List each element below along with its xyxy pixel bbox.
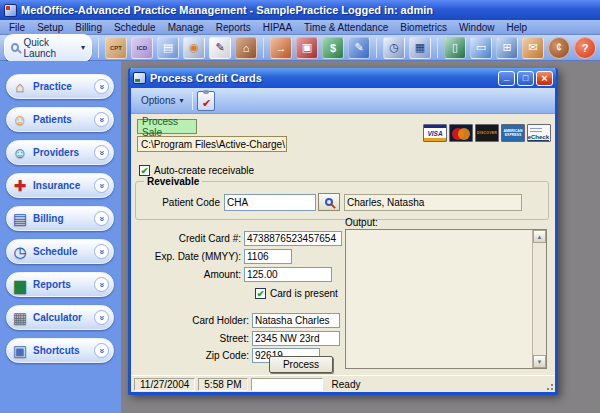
sidebar-item-reports[interactable]: ▆ Reports » <box>6 272 114 297</box>
visa-logo: VISA <box>423 124 447 142</box>
billing-statement-icon[interactable]: $ <box>322 37 344 59</box>
zip-code-label: Zip Code: <box>131 350 252 361</box>
chevron-expand-icon[interactable]: » <box>94 178 109 193</box>
american-express-logo: AMERICAN EXPRESS <box>501 124 525 142</box>
card-is-present-checkbox[interactable]: ✔ <box>255 288 266 299</box>
patient-code-input[interactable] <box>224 194 316 211</box>
main-toolbar: Quick Launch ▾ CPT ICD ▤ ◉ ✎ ⌂ → ▣ $ ✎ ◷… <box>0 35 600 61</box>
toolbar-separator <box>263 38 264 58</box>
patient-search-button[interactable] <box>318 193 340 211</box>
chevron-expand-icon[interactable]: » <box>94 145 109 160</box>
application-window: MedOffice-Advanced Practice Management -… <box>0 0 600 413</box>
close-button[interactable]: × <box>536 71 553 86</box>
quick-launch-button[interactable]: Quick Launch ▾ <box>4 34 92 62</box>
card-holder-input[interactable] <box>252 313 340 328</box>
chevron-down-icon: ▾ <box>179 96 183 105</box>
room-status-icon[interactable]: ▯ <box>444 37 466 59</box>
dialog-titlebar[interactable]: Process Credit Cards _ □ × <box>130 68 556 88</box>
card-holder-label: Card Holder: <box>131 315 252 326</box>
delete-image-icon[interactable]: ▣ <box>296 37 318 59</box>
chevron-expand-icon[interactable]: » <box>94 277 109 292</box>
toolbar-separator <box>192 92 193 110</box>
sidebar-item-providers[interactable]: ☺ Providers » <box>6 140 114 165</box>
calculator-icon: ▦ <box>7 310 33 325</box>
receivable-group: Reveivable Patient Code <box>135 181 549 220</box>
patient-media-icon[interactable]: ◉ <box>183 37 205 59</box>
search-icon <box>325 198 333 206</box>
calculator-report-icon[interactable]: ▦ <box>409 37 431 59</box>
credit-card-input[interactable] <box>244 231 342 246</box>
office-icon[interactable]: ⌂ <box>235 37 257 59</box>
street-input[interactable] <box>252 331 340 346</box>
transfer-patient-icon[interactable]: → <box>270 37 292 59</box>
messaging-icon[interactable]: ✉ <box>522 37 544 59</box>
process-clipboard-icon[interactable]: ✔ <box>197 91 215 111</box>
sidebar-item-billing[interactable]: ▤ Billing » <box>6 206 114 231</box>
patient-id-card-icon[interactable]: ▤ <box>157 37 179 59</box>
help-icon[interactable]: ? <box>574 37 596 59</box>
menu-item-setup[interactable]: Setup <box>31 22 69 33</box>
shortcuts-icon: ▣ <box>7 343 33 358</box>
menu-item-schedule[interactable]: Schedule <box>108 22 162 33</box>
sidebar-item-label: Schedule <box>33 246 94 257</box>
menu-item-window[interactable]: Window <box>453 22 501 33</box>
practice-icon: ⌂ <box>7 79 33 94</box>
patient-notes-icon[interactable]: ✎ <box>209 37 231 59</box>
menu-item-time-attendance[interactable]: Time & Attendance <box>298 22 394 33</box>
network-icon[interactable]: ⊞ <box>496 37 518 59</box>
chevron-expand-icon[interactable]: » <box>94 343 109 358</box>
resize-grip[interactable] <box>544 381 554 391</box>
toolbar-separator <box>376 38 377 58</box>
chevron-expand-icon[interactable]: » <box>94 310 109 325</box>
menu-item-manage[interactable]: Manage <box>162 22 210 33</box>
insurance-icon: ✚ <box>7 178 33 193</box>
menu-item-reports[interactable]: Reports <box>210 22 257 33</box>
output-panel[interactable]: ▲ ▼ <box>345 229 547 369</box>
window-titlebar[interactable]: MedOffice-Advanced Practice Management -… <box>0 0 600 20</box>
chevron-expand-icon[interactable]: » <box>94 211 109 226</box>
sidebar-item-shortcuts[interactable]: ▣ Shortcuts » <box>6 338 114 363</box>
menu-bar: File Setup Billing Schedule Manage Repor… <box>0 20 600 35</box>
amount-input[interactable] <box>244 267 332 282</box>
menu-item-hipaa[interactable]: HIPAA <box>257 22 298 33</box>
process-button[interactable]: Process <box>269 356 333 373</box>
sidebar-item-patients[interactable]: ☺ Patients » <box>6 107 114 132</box>
payments-icon[interactable]: ¢ <box>548 37 570 59</box>
menu-item-file[interactable]: File <box>3 22 31 33</box>
chevron-expand-icon[interactable]: » <box>94 112 109 127</box>
providers-icon: ☺ <box>7 145 33 160</box>
sidebar-item-schedule[interactable]: ◷ Schedule » <box>6 239 114 264</box>
receivable-group-title: Reveivable <box>144 176 202 187</box>
card-is-present-label: Card is present <box>270 288 338 299</box>
sidebar-item-insurance[interactable]: ✚ Insurance » <box>6 173 114 198</box>
dialog-icon <box>133 72 146 84</box>
menu-item-help[interactable]: Help <box>500 22 533 33</box>
maximize-button[interactable]: □ <box>517 71 534 86</box>
sidebar-item-calculator[interactable]: ▦ Calculator » <box>6 305 114 330</box>
options-button[interactable]: Options ▾ <box>136 93 188 108</box>
status-time: 5:58 PM <box>198 378 247 391</box>
icd-codes-icon[interactable]: ICD <box>131 37 153 59</box>
minimize-button[interactable]: _ <box>498 71 515 86</box>
chevron-expand-icon[interactable]: » <box>94 79 109 94</box>
scroll-up-icon[interactable]: ▲ <box>533 230 546 243</box>
exp-date-input[interactable] <box>244 249 292 264</box>
sidebar-item-label: Billing <box>33 213 94 224</box>
cpt-codes-icon[interactable]: CPT <box>105 37 127 59</box>
auto-create-receivable-checkbox[interactable]: ✔ <box>139 165 150 176</box>
edit-image-icon[interactable]: ✎ <box>348 37 370 59</box>
patients-icon: ☺ <box>7 112 33 127</box>
menu-item-biometrics[interactable]: Biometrics <box>394 22 453 33</box>
sidebar-item-label: Providers <box>33 147 94 158</box>
chevron-expand-icon[interactable]: » <box>94 244 109 259</box>
echeck-logo: eCheck <box>527 124 551 142</box>
sidebar-item-practice[interactable]: ⌂ Practice » <box>6 74 114 99</box>
time-report-icon[interactable]: ◷ <box>383 37 405 59</box>
chevron-down-icon: ▾ <box>81 43 85 52</box>
scroll-down-icon[interactable]: ▼ <box>533 355 546 368</box>
output-scrollbar[interactable]: ▲ ▼ <box>532 230 546 368</box>
output-text <box>346 230 532 368</box>
workstation-icon[interactable]: ▭ <box>470 37 492 59</box>
process-credit-cards-dialog: Process Credit Cards _ □ × Options ▾ ✔ <box>128 68 558 395</box>
menu-item-billing[interactable]: Billing <box>69 22 108 33</box>
